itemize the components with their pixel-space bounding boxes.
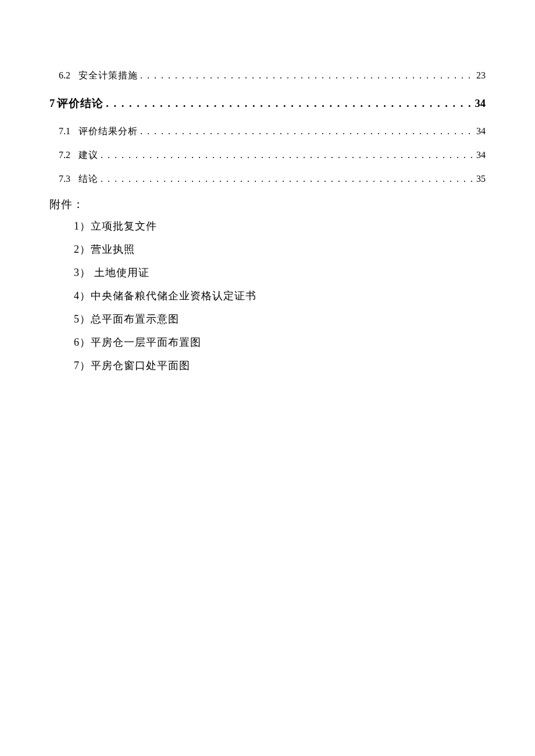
toc-entry: 7.3 结论 35 — [49, 173, 486, 185]
toc-number: 7.2 — [59, 150, 70, 160]
attachment-item: 3） 土地使用证 — [49, 266, 486, 280]
attachment-text: 土地使用证 — [91, 267, 149, 278]
attachment-number: 4） — [74, 290, 91, 302]
toc-entry: 6.2 安全计策措施 23 — [49, 70, 486, 82]
toc-number: 7.3 — [59, 174, 70, 184]
attachment-item: 2）营业执照 — [49, 242, 486, 256]
attachment-number: 5） — [74, 313, 91, 325]
toc-number: 6.2 — [59, 70, 70, 81]
attachment-text: 平房仓一层平面布置图 — [91, 336, 201, 348]
toc-leader-dots — [101, 150, 473, 160]
attachment-number: 3） — [74, 267, 91, 278]
toc-leader-dots — [140, 126, 473, 137]
toc-number: 7.1 — [59, 126, 70, 137]
toc-number: 7 — [49, 98, 55, 110]
attachment-item: 4）中央储备粮代储企业资格认定证书 — [49, 289, 486, 303]
attachment-item: 5）总平面布置示意图 — [49, 312, 486, 326]
attachment-number: 6） — [74, 336, 91, 348]
toc-leader-dots — [101, 174, 473, 184]
toc-title: 评价结论 — [57, 96, 104, 110]
attachment-item: 1）立项批复文件 — [49, 219, 486, 233]
toc-leader-dots — [140, 70, 473, 81]
attachment-text: 平房仓窗口处平面图 — [91, 360, 190, 371]
attachments-heading: 附件： — [49, 197, 486, 212]
toc-entry: 7 评价结论 34 — [49, 96, 486, 110]
toc-page-number: 35 — [475, 174, 486, 184]
attachment-item: 7）平房仓窗口处平面图 — [49, 359, 486, 372]
attachment-number: 1） — [74, 220, 91, 232]
toc-title: 结论 — [79, 173, 98, 185]
toc-page-number: 34 — [474, 98, 486, 110]
toc-leader-dots — [106, 98, 471, 110]
attachment-number: 7） — [74, 360, 91, 371]
toc-page-number: 34 — [475, 150, 486, 160]
toc-entry: 7.2 建议 34 — [49, 149, 486, 162]
attachment-text: 营业执照 — [91, 243, 135, 255]
attachment-item: 6）平房仓一层平面布置图 — [49, 335, 486, 349]
toc-page-number: 34 — [475, 126, 486, 137]
toc-title: 评价结果分析 — [79, 126, 138, 138]
toc-page-number: 23 — [475, 70, 486, 81]
attachment-number: 2） — [74, 243, 91, 255]
toc-entry: 7.1 评价结果分析 34 — [49, 126, 486, 138]
toc-title: 建议 — [79, 149, 98, 162]
toc-title: 安全计策措施 — [79, 70, 138, 82]
attachment-text: 立项批复文件 — [91, 220, 157, 232]
attachment-text: 总平面布置示意图 — [91, 313, 179, 325]
attachment-text: 中央储备粮代储企业资格认定证书 — [91, 290, 256, 302]
